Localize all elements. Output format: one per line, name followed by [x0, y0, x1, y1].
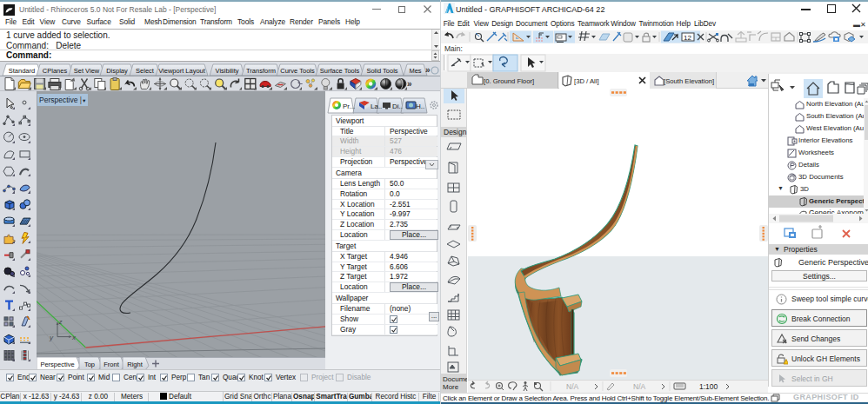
- svg-text:Transform: Transform: [246, 67, 276, 75]
- svg-text:Set View: Set View: [74, 67, 100, 75]
- svg-text:Documen: Documen: [443, 375, 467, 383]
- svg-text:Display: Display: [106, 67, 128, 75]
- svg-text:N/A: N/A: [633, 382, 646, 391]
- svg-text:Di..: Di..: [392, 103, 403, 110]
- svg-text:H..: H..: [416, 103, 424, 110]
- svg-text:Perspective: Perspective: [40, 361, 74, 368]
- svg-text:z: z: [58, 318, 63, 326]
- svg-text:Surface Tools: Surface Tools: [320, 67, 360, 75]
- svg-text:Mes: Mes: [409, 67, 421, 75]
- svg-text:Standard: Standard: [9, 67, 35, 75]
- svg-text:Top: Top: [84, 361, 95, 368]
- svg-text:Right: Right: [127, 361, 143, 368]
- svg-text:Design: Design: [444, 128, 467, 136]
- svg-text:Visibility: Visibility: [216, 67, 239, 75]
- svg-text:La..: La..: [371, 103, 382, 110]
- svg-text:Pr...: Pr...: [343, 103, 355, 110]
- svg-text:1:100: 1:100: [699, 382, 718, 391]
- svg-text:CPlanes: CPlanes: [43, 67, 68, 75]
- svg-text:Solid Tools: Solid Tools: [366, 67, 397, 75]
- svg-text:Front: Front: [103, 361, 119, 368]
- svg-text:»: »: [425, 65, 431, 75]
- svg-text:»: »: [407, 79, 412, 89]
- svg-text:Curve Tools: Curve Tools: [280, 67, 315, 75]
- svg-text:Select: Select: [136, 67, 155, 75]
- svg-text:Viewport Layout: Viewport Layout: [158, 67, 206, 75]
- svg-text:N/A: N/A: [566, 382, 579, 391]
- svg-text:12: 12: [684, 34, 691, 42]
